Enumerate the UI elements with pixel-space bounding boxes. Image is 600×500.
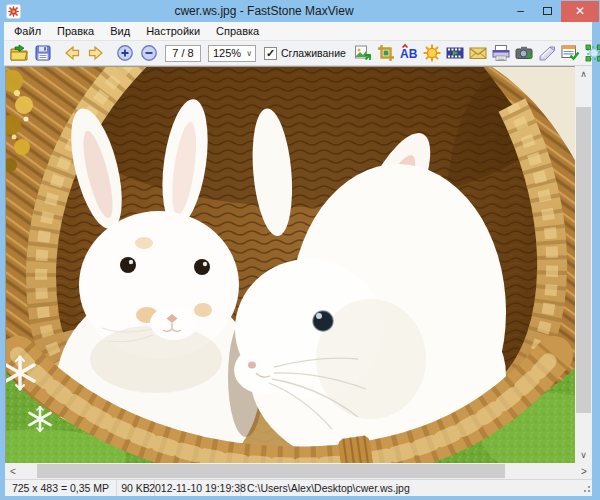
crop-button[interactable] bbox=[375, 42, 398, 64]
maximize-icon bbox=[543, 7, 552, 15]
camera-icon bbox=[514, 43, 534, 63]
previous-image-button[interactable] bbox=[60, 42, 84, 64]
text-ab-icon: AB bbox=[399, 43, 419, 63]
save-button[interactable] bbox=[31, 42, 55, 64]
toolbar: 7 / 8 125% ∨ ✓ Сглаживание bbox=[4, 41, 592, 66]
resize-button[interactable] bbox=[352, 42, 375, 64]
save-floppy-icon bbox=[33, 43, 53, 63]
status-timestamp: 2012-11-10 19:19:38 bbox=[155, 480, 241, 496]
smoothing-checkbox[interactable]: ✓ bbox=[264, 47, 277, 60]
menu-item-help[interactable]: Справка bbox=[208, 23, 267, 39]
scroll-up-icon[interactable]: ∧ bbox=[575, 66, 592, 82]
capture-button[interactable] bbox=[513, 42, 536, 64]
resize-image-icon bbox=[353, 43, 373, 63]
svg-text:AB: AB bbox=[400, 47, 418, 61]
filmstrip-icon bbox=[445, 43, 465, 63]
print-button[interactable] bbox=[490, 42, 513, 64]
smoothing-label: Сглаживание bbox=[281, 47, 346, 59]
page-indicator[interactable]: 7 / 8 bbox=[165, 45, 201, 62]
arrow-left-icon bbox=[62, 43, 82, 63]
window-title: cwer.ws.jpg - FastStone MaxView bbox=[21, 4, 507, 18]
options-button[interactable] bbox=[559, 42, 582, 64]
scroll-left-icon[interactable]: < bbox=[5, 463, 21, 479]
menu-item-edit[interactable]: Правка bbox=[49, 23, 102, 39]
status-image-dimensions: 725 x 483 = 0,35 MP bbox=[5, 480, 117, 496]
fullscreen-button[interactable] bbox=[582, 42, 600, 64]
slideshow-button[interactable] bbox=[444, 42, 467, 64]
smoothing-checkbox-group[interactable]: ✓ Сглаживание bbox=[264, 47, 346, 60]
open-folder-icon bbox=[9, 43, 29, 63]
statusbar: 725 x 483 = 0,35 MP 90 KB 2012-11-10 19:… bbox=[5, 479, 592, 496]
chevron-down-icon: ∨ bbox=[246, 49, 255, 58]
titlebar[interactable]: cwer.ws.jpg - FastStone MaxView – ✕ bbox=[0, 0, 600, 22]
horizontal-scroll-thumb[interactable] bbox=[37, 464, 505, 478]
minimize-button[interactable]: – bbox=[507, 1, 534, 22]
close-button[interactable]: ✕ bbox=[561, 1, 599, 22]
envelope-icon bbox=[468, 43, 488, 63]
app-window: cwer.ws.jpg - FastStone MaxView – ✕ Файл… bbox=[0, 0, 600, 500]
zoom-level-select[interactable]: 125% ∨ bbox=[208, 45, 256, 62]
crop-icon bbox=[376, 43, 396, 63]
printer-icon bbox=[491, 43, 511, 63]
sun-icon bbox=[422, 43, 442, 63]
close-icon: ✕ bbox=[575, 4, 585, 18]
email-button[interactable] bbox=[467, 42, 490, 64]
open-button[interactable] bbox=[7, 42, 31, 64]
zoom-out-button[interactable] bbox=[137, 42, 161, 64]
image-viewport[interactable] bbox=[5, 66, 575, 463]
annotate-text-button[interactable]: AB bbox=[398, 42, 421, 64]
arrow-right-icon bbox=[86, 43, 106, 63]
scan-button[interactable] bbox=[536, 42, 559, 64]
app-logo-icon bbox=[5, 3, 21, 19]
vertical-scrollbar[interactable]: ∧ ∨ bbox=[575, 66, 592, 463]
zoom-in-icon bbox=[115, 43, 135, 63]
zoom-out-icon bbox=[139, 43, 159, 63]
vertical-scroll-thumb[interactable] bbox=[576, 107, 591, 413]
minimize-icon: – bbox=[517, 4, 524, 18]
menu-item-view[interactable]: Вид bbox=[102, 23, 138, 39]
scroll-right-icon[interactable]: > bbox=[576, 463, 592, 479]
colors-button[interactable] bbox=[421, 42, 444, 64]
zoom-level-value: 125% bbox=[209, 47, 246, 59]
status-file-path: C:\Users\Alex\Desktop\cwer.ws.jpg bbox=[241, 480, 581, 496]
menubar: Файл Правка Вид Настройки Справка bbox=[4, 22, 592, 41]
maximize-button[interactable] bbox=[534, 1, 561, 22]
zoom-in-button[interactable] bbox=[113, 42, 137, 64]
resize-grip-icon[interactable] bbox=[581, 483, 591, 493]
settings-panel-icon bbox=[560, 43, 580, 63]
next-image-button[interactable] bbox=[84, 42, 108, 64]
fullscreen-icon bbox=[584, 43, 600, 63]
scanner-icon bbox=[537, 43, 557, 63]
photo-rabbits bbox=[6, 67, 575, 463]
menu-item-settings[interactable]: Настройки bbox=[138, 23, 208, 39]
horizontal-scrollbar[interactable]: < > bbox=[5, 463, 592, 479]
scroll-down-icon[interactable]: ∨ bbox=[575, 447, 592, 463]
menu-item-file[interactable]: Файл bbox=[6, 23, 49, 39]
